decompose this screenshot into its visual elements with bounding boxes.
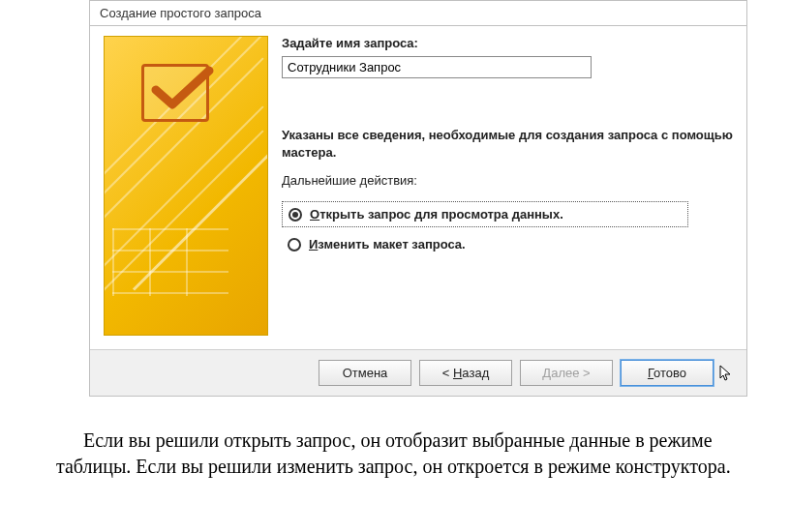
caption-text: Если вы решили открыть запрос, он отобра… xyxy=(56,428,734,480)
info-text: Указаны все сведения, необходимые для со… xyxy=(282,127,733,162)
radio-open-label: Открыть запрос для просмотра данных. xyxy=(310,207,563,222)
radio-icon xyxy=(288,238,301,251)
radio-modify-label: Изменить макет запроса. xyxy=(309,237,466,251)
button-row: Отмена < Назад Далее > Готово xyxy=(90,349,746,396)
next-actions-label: Дальнейшие действия: xyxy=(282,173,733,188)
back-button[interactable]: < Назад xyxy=(419,360,512,386)
cancel-button[interactable]: Отмена xyxy=(319,360,411,386)
table-icon xyxy=(112,228,228,315)
form-area: Задайте имя запроса: Указаны все сведени… xyxy=(282,36,733,336)
dialog-title: Создание простого запроса xyxy=(90,1,746,26)
radio-open-query[interactable]: Открыть запрос для просмотра данных. xyxy=(282,201,688,227)
cursor-icon xyxy=(719,365,733,382)
finish-button[interactable]: Готово xyxy=(621,360,714,386)
wizard-dialog: Создание простого запроса xyxy=(89,0,747,397)
next-button: Далее > xyxy=(520,360,613,386)
radio-modify-query[interactable]: Изменить макет запроса. xyxy=(282,237,733,251)
dialog-body: Задайте имя запроса: Указаны все сведени… xyxy=(90,26,746,349)
query-name-label: Задайте имя запроса: xyxy=(282,36,733,50)
checkmark-icon xyxy=(151,66,214,114)
radio-icon xyxy=(289,208,302,222)
query-name-input[interactable] xyxy=(282,56,592,78)
wizard-art-panel xyxy=(104,36,268,336)
